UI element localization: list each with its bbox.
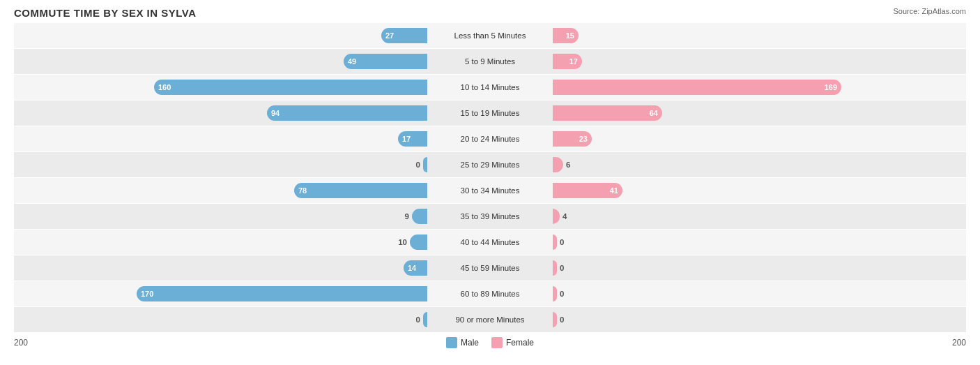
chart-row: 9 35 to 39 Minutes 4 (14, 204, 966, 229)
female-value: 169 (825, 83, 837, 91)
chart-row: 10 40 to 44 Minutes 0 (14, 230, 966, 255)
bar-right-container: 169 (553, 80, 966, 95)
row-label: 40 to 44 Minutes (427, 238, 553, 246)
male-value: 14 (408, 264, 416, 272)
axis-left: 200 (14, 338, 56, 348)
bar-right-container: 23 (553, 131, 966, 147)
bar-left-container: 9 (14, 209, 427, 224)
legend: Male Female (446, 337, 534, 348)
bar-left-container: 49 (14, 54, 427, 69)
female-value: 15 (566, 31, 574, 40)
bar-right-container: 6 (553, 157, 966, 172)
legend-male-label: Male (461, 338, 479, 348)
female-value: 64 (650, 109, 658, 117)
row-label: 15 to 19 Minutes (427, 109, 553, 117)
male-value: 78 (298, 186, 307, 195)
male-value: 160 (158, 83, 171, 91)
female-value: 6 (566, 161, 570, 169)
bar-right-container: 0 (553, 286, 966, 301)
bar-right-container: 17 (553, 54, 966, 69)
bar-left-container: 14 (14, 260, 427, 276)
chart-row: 0 25 to 29 Minutes 6 (14, 152, 966, 177)
bar-left-container: 0 (14, 157, 427, 172)
female-value: 41 (610, 186, 618, 195)
male-value: 9 (405, 212, 409, 221)
chart-row: 170 60 to 89 Minutes 0 (14, 281, 966, 306)
row-label: 10 to 14 Minutes (427, 83, 553, 91)
chart-row: 94 15 to 19 Minutes 64 (14, 100, 966, 126)
female-value: 23 (579, 135, 588, 143)
bar-left-container: 94 (14, 105, 427, 121)
bar-left-container: 160 (14, 80, 427, 95)
row-label: 35 to 39 Minutes (427, 212, 553, 221)
male-value: 0 (416, 161, 420, 169)
female-value: 17 (569, 57, 578, 66)
row-label: 60 to 89 Minutes (427, 290, 553, 298)
bar-right-container: 4 (553, 209, 966, 224)
chart-row: 0 90 or more Minutes 0 (14, 307, 966, 332)
male-value: 0 (416, 315, 420, 324)
female-value: 4 (562, 212, 567, 221)
chart-row: 78 30 to 34 Minutes 41 (14, 178, 966, 203)
bar-left-container: 0 (14, 312, 427, 327)
legend-female-label: Female (506, 338, 534, 348)
chart-row: 160 10 to 14 Minutes 169 (14, 75, 966, 100)
bar-left-container: 78 (14, 183, 427, 198)
row-label: 45 to 59 Minutes (427, 264, 553, 272)
row-label: 5 to 9 Minutes (427, 57, 553, 66)
chart-area: 27 Less than 5 Minutes 15 49 5 to 9 Minu… (14, 23, 966, 332)
legend-female-box (491, 337, 503, 348)
bar-left-container: 170 (14, 286, 427, 301)
bar-left-container: 27 (14, 28, 427, 43)
chart-container: COMMUTE TIME BY SEX IN SYLVA Source: Zip… (0, 0, 980, 365)
male-value: 17 (402, 135, 411, 143)
male-value: 49 (348, 57, 356, 66)
bar-right-container: 41 (553, 183, 966, 198)
female-value: 0 (560, 290, 564, 298)
legend-male-box (446, 337, 457, 348)
bottom-area: 200 Male Female 200 (14, 333, 966, 348)
male-value: 94 (271, 109, 280, 117)
row-label: 90 or more Minutes (427, 315, 553, 324)
chart-row: 27 Less than 5 Minutes 15 (14, 23, 966, 48)
row-label: Less than 5 Minutes (427, 31, 553, 40)
source-text: Source: ZipAtlas.com (893, 7, 966, 15)
row-label: 30 to 34 Minutes (427, 186, 553, 195)
row-label: 25 to 29 Minutes (427, 161, 553, 169)
bar-right-container: 64 (553, 105, 966, 121)
bar-left-container: 10 (14, 234, 427, 250)
chart-row: 49 5 to 9 Minutes 17 (14, 49, 966, 74)
legend-female: Female (491, 337, 534, 348)
row-label: 20 to 24 Minutes (427, 135, 553, 143)
chart-row: 14 45 to 59 Minutes 0 (14, 255, 966, 281)
chart-title: COMMUTE TIME BY SEX IN SYLVA (14, 7, 966, 19)
legend-male: Male (446, 337, 479, 348)
bar-right-container: 0 (553, 312, 966, 327)
female-value: 0 (560, 315, 564, 324)
male-value: 10 (398, 238, 407, 246)
bar-right-container: 15 (553, 28, 966, 43)
male-value: 170 (141, 290, 153, 298)
chart-row: 17 20 to 24 Minutes 23 (14, 126, 966, 151)
bar-left-container: 17 (14, 131, 427, 147)
axis-right: 200 (924, 338, 966, 348)
male-value: 27 (385, 31, 394, 40)
bar-right-container: 0 (553, 234, 966, 250)
bar-right-container: 0 (553, 260, 966, 276)
female-value: 0 (560, 264, 564, 272)
female-value: 0 (560, 238, 564, 246)
